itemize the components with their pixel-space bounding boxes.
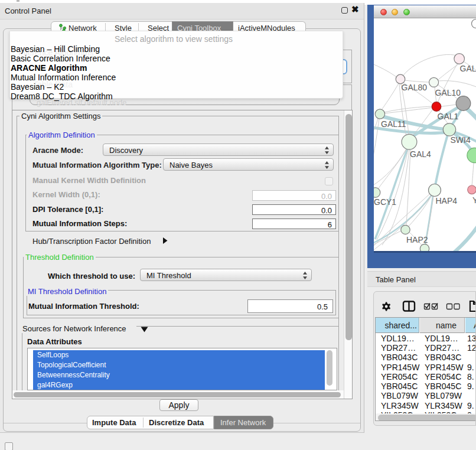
svg-text:GAL1: GAL1 [438,112,459,121]
svg-text:HAP4: HAP4 [436,196,458,206]
svg-text:GAL10: GAL10 [435,88,461,97]
svg-text:GAL2: GAL2 [460,64,476,73]
svg-text:GAL11: GAL11 [381,119,406,129]
svg-text:HAP2: HAP2 [406,235,428,244]
svg-text:SWI4: SWI4 [451,135,471,145]
svg-text:GAL4: GAL4 [410,149,431,159]
svg-text:GCY1: GCY1 [374,197,396,207]
svg-text:Y: Y [472,195,476,205]
svg-text:GAL80: GAL80 [402,83,428,92]
